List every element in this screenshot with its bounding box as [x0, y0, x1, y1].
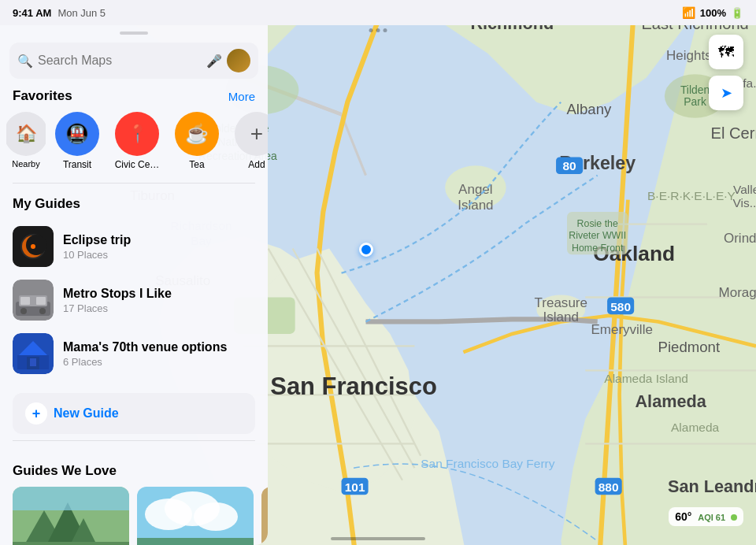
add-icon: + [250, 121, 263, 146]
divider-1 [13, 183, 255, 184]
svg-text:El Cerrito: El Cerrito [711, 124, 756, 142]
svg-point-85 [31, 244, 35, 249]
svg-text:Piedmont: Piedmont [658, 339, 721, 355]
top-dots [369, 28, 387, 32]
svg-text:Heights: Heights [666, 48, 712, 63]
svg-text:Angel: Angel [458, 182, 493, 197]
svg-text:880: 880 [598, 480, 619, 494]
guide-thumb-eclipse [13, 226, 54, 267]
tea-label: Tea [189, 159, 204, 170]
guides-we-love-section: Guides We Love [0, 454, 268, 545]
status-bar: 9:41 AM Mon Jun 5 📶 100% 🔋 [0, 0, 756, 25]
favorites-title: Favorites [13, 88, 72, 104]
svg-text:Home Front: Home Front [572, 243, 624, 254]
svg-rect-103 [13, 487, 129, 510]
tea-icon: ☕ [185, 123, 209, 145]
svg-text:80: 80 [562, 159, 576, 172]
guide-info-metro: Metro Stops I Like 17 Places [63, 287, 255, 314]
svg-text:Tilden: Tilden [680, 83, 710, 96]
fav-item-add[interactable]: + Add [228, 112, 268, 170]
guide-info-eclipse: Eclipse trip 10 Places [63, 233, 255, 261]
aqi-dot [731, 514, 737, 521]
svg-text:Alameda: Alameda [635, 391, 706, 411]
map-buttons: 🗺 ➤ [709, 35, 743, 110]
map-layers-icon: 🗺 [718, 43, 734, 61]
location-button[interactable]: ➤ [709, 76, 743, 110]
my-guides-title: My Guides [0, 196, 268, 220]
svg-rect-97 [30, 358, 36, 366]
add-label: Add [248, 159, 265, 170]
time-display: 9:41 AM [13, 7, 51, 19]
metro-places: 17 Places [63, 302, 255, 314]
divider-2 [13, 440, 255, 441]
gwl-card-extra[interactable] [261, 487, 268, 545]
map-layers-button[interactable]: 🗺 [709, 35, 743, 69]
location-arrow-icon: ➤ [721, 84, 732, 102]
search-bar[interactable]: 🔍 🎤 [9, 43, 258, 79]
fav-item-transit[interactable]: 🚇 Transit [49, 112, 106, 170]
svg-point-91 [20, 308, 27, 314]
svg-text:Rosie the: Rosie the [577, 218, 618, 229]
guide-item-eclipse[interactable]: Eclipse trip 10 Places [0, 220, 268, 273]
mamas-name: Mama's 70th venue options [63, 340, 255, 354]
civic-label: Civic Ce… [115, 159, 160, 170]
svg-text:Emeryville: Emeryville [591, 322, 652, 337]
svg-text:Treasure: Treasure [535, 295, 587, 310]
favorites-header: Favorites More [0, 88, 268, 112]
my-guides-section: My Guides Eclipse trip 10 Places [0, 196, 268, 387]
svg-text:San Francisco Bay Ferry: San Francisco Bay Ferry [421, 457, 554, 470]
svg-rect-108 [137, 538, 254, 545]
fav-item-civic[interactable]: 📍 Civic Ce… [109, 112, 165, 170]
eclipse-name: Eclipse trip [63, 233, 255, 247]
current-location-dot [359, 243, 373, 257]
guide-thumb-metro [13, 280, 54, 321]
svg-point-84 [26, 235, 46, 255]
svg-text:Orinda: Orinda [724, 231, 756, 246]
transit-label: Transit [63, 159, 91, 170]
svg-text:Vis...: Vis... [733, 196, 756, 209]
svg-rect-109 [261, 487, 268, 545]
favorites-row: 🏠 Nearby 🚇 Transit 📍 Civic Ce… ☕ Tea [0, 112, 268, 183]
svg-text:Albany: Albany [566, 101, 612, 117]
svg-text:San Francisco: San Francisco [270, 373, 437, 400]
fav-item-tea[interactable]: ☕ Tea [169, 112, 225, 170]
mic-icon[interactable]: 🎤 [206, 54, 222, 69]
search-icon: 🔍 [17, 54, 33, 69]
battery-icon: 🔋 [731, 7, 743, 19]
guide-info-mamas: Mama's 70th venue options 6 Places [63, 340, 255, 368]
nearby-label: Nearby [12, 159, 39, 169]
drag-handle[interactable] [120, 32, 148, 35]
avatar[interactable] [227, 49, 250, 72]
guide-item-metro[interactable]: Metro Stops I Like 17 Places [0, 273, 268, 327]
svg-point-92 [39, 308, 46, 314]
battery-display: 100% [700, 7, 726, 19]
mamas-places: 6 Places [63, 356, 255, 368]
new-guide-button[interactable]: + New Guide [13, 393, 255, 434]
search-input[interactable] [38, 54, 202, 68]
civic-icon: 📍 [127, 124, 148, 144]
gwl-card-nature[interactable] [13, 487, 129, 545]
aqi-value: AQI 61 [698, 513, 725, 522]
gwl-row [0, 487, 268, 545]
metro-name: Metro Stops I Like [63, 287, 255, 301]
svg-text:101: 101 [345, 480, 365, 494]
gwl-card-sky[interactable] [137, 487, 254, 545]
svg-text:Richmond: Richmond [470, 25, 554, 33]
wifi-icon: 📶 [682, 6, 695, 19]
svg-text:580: 580 [610, 300, 631, 313]
gwl-title: Guides We Love [0, 463, 268, 487]
svg-rect-89 [20, 297, 30, 305]
sidebar-panel: 🔍 🎤 Favorites More 🏠 Nearby 🚇 Transit 📍 [0, 25, 268, 545]
temperature-badge: 60° AQI 61 [669, 507, 743, 526]
fav-item-nearby[interactable]: 🏠 Nearby [6, 112, 46, 170]
svg-text:Moraga: Moraga [719, 285, 756, 300]
svg-text:Park: Park [684, 95, 706, 108]
svg-text:B·E·R·K·E·L·E·Y: B·E·R·K·E·L·E·Y [647, 189, 736, 202]
svg-point-107 [194, 502, 238, 531]
svg-text:Riveter WWII: Riveter WWII [569, 230, 626, 241]
svg-text:Valle: Valle [733, 183, 756, 196]
guide-thumb-mamas [13, 333, 54, 374]
favorites-more-button[interactable]: More [228, 90, 255, 103]
temperature-value: 60° [675, 510, 691, 523]
guide-item-mamas[interactable]: Mama's 70th venue options 6 Places [0, 327, 268, 380]
